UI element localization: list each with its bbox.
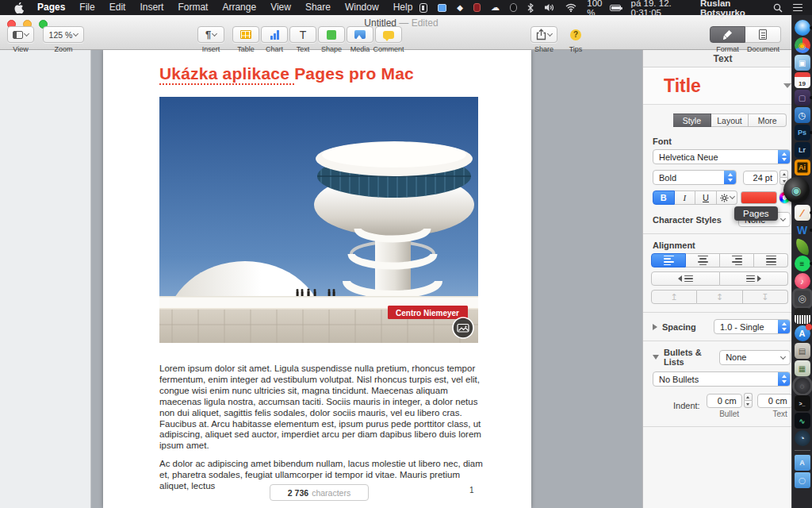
menu-item[interactable]: View [263, 2, 298, 13]
display-status-icon[interactable] [438, 4, 446, 12]
align-right-button[interactable] [720, 253, 754, 267]
menu-item[interactable]: Insert [132, 2, 170, 13]
tips-button[interactable]: ? Tips [560, 26, 592, 53]
dock-item-purple-app[interactable]: ▢ ● [795, 90, 810, 106]
share-button[interactable]: Share [528, 26, 560, 53]
spotlight-icon[interactable] [773, 3, 783, 13]
inspector-tab[interactable]: More [749, 114, 787, 127]
insert-button[interactable]: ¶ Insert [195, 26, 227, 53]
menu-item[interactable]: Format [170, 2, 215, 13]
align-justify-button[interactable] [754, 253, 788, 267]
bluetooth-icon[interactable] [527, 3, 534, 13]
body-paragraph-1[interactable]: Lorem ipsum dolor sit amet. Ligula suspe… [159, 364, 488, 452]
bullet-indent-stepper[interactable] [744, 393, 753, 408]
dock-item-activity-app[interactable]: ∿ [795, 413, 810, 429]
cloud-status-icon[interactable]: ☁ [491, 2, 500, 13]
volume-icon[interactable] [544, 3, 555, 12]
dock-item-folder-downloads[interactable]: ◯ [795, 472, 810, 488]
italic-button[interactable]: I [675, 190, 696, 205]
stepper-icon[interactable] [724, 171, 736, 184]
menu-item[interactable]: Window [338, 2, 386, 13]
zoom-control[interactable]: 125 % Zoom [41, 26, 86, 53]
dark-app-status-icon[interactable] [510, 3, 517, 12]
dock-item-pages[interactable]: ∕ ● [795, 205, 810, 221]
notification-center-icon[interactable] [793, 2, 802, 13]
dropbox-status-icon[interactable]: ◆ [457, 3, 463, 12]
window-manager-status-icon[interactable] [419, 3, 427, 13]
font-size-field[interactable]: 24 pt [743, 171, 778, 185]
dock-item-itunes[interactable]: ♪ [795, 273, 810, 289]
underline-button[interactable]: U [695, 190, 717, 205]
align-top-button[interactable]: ↥ [651, 290, 697, 304]
document-heading[interactable]: Ukázka aplikace Pages pro Mac [159, 64, 531, 83]
document-page[interactable]: Ukázka aplikace Pages pro Mac [103, 50, 531, 508]
inspector-tab[interactable]: Style [673, 114, 711, 127]
table-button[interactable]: Table [230, 26, 262, 53]
menu-item[interactable]: Help [386, 2, 420, 13]
dock-item-illustrator[interactable]: Ai [795, 160, 810, 175]
view-button[interactable]: View [5, 26, 36, 53]
document-image[interactable]: Centro Niemeyer [159, 97, 478, 343]
menu-item[interactable]: Pages [30, 2, 72, 13]
menu-item[interactable]: File [72, 2, 102, 13]
stepper-icon[interactable] [778, 372, 790, 386]
dock-item-dark-disc-app[interactable]: ◌ [795, 378, 810, 394]
menubar-user[interactable]: Ruslan Botsyurko [700, 0, 763, 17]
format-button[interactable] [710, 26, 745, 43]
media-button[interactable]: Media [344, 26, 376, 53]
text-color-well[interactable] [741, 191, 776, 204]
dock-item-blue-utility[interactable]: ◷ [795, 107, 810, 123]
apple-menu[interactable] [10, 2, 30, 13]
adobe-cc-status-icon[interactable] [473, 3, 481, 12]
dock-item-spotify[interactable]: ≡ ● [795, 256, 810, 271]
bullets-select[interactable]: None [719, 350, 791, 365]
character-count-badge[interactable]: 2 736 characters [270, 484, 369, 501]
disclosure-triangle-icon[interactable] [653, 355, 659, 360]
dock-item-lightroom[interactable]: Lr [795, 142, 810, 158]
align-middle-button[interactable]: ↕ [697, 290, 742, 304]
disclosure-triangle-icon[interactable] [653, 324, 657, 330]
shape-button[interactable]: Shape [316, 26, 347, 53]
dock-item-camera-lens[interactable]: ◉ [795, 177, 810, 203]
menu-item[interactable]: Edit [102, 2, 133, 13]
paragraph-style-selector[interactable]: Title [643, 67, 802, 105]
decrease-indent-button[interactable] [651, 271, 720, 286]
dock-item-photos[interactable]: ▣ [795, 55, 810, 71]
bullet-indent-field[interactable]: 0 cm [707, 394, 742, 408]
align-center-button[interactable] [686, 253, 720, 267]
dock-item-steering-app[interactable]: ◎ [795, 291, 810, 306]
menu-item[interactable]: Arrange [215, 2, 263, 13]
align-bottom-button[interactable]: ↧ [743, 290, 788, 304]
increase-indent-button[interactable] [720, 271, 788, 286]
menu-item[interactable]: Share [298, 2, 338, 13]
dock-item-utility-green[interactable]: ▦ [795, 360, 810, 376]
font-weight-select[interactable]: Bold [653, 170, 737, 185]
dock-item-word[interactable]: W ● [795, 222, 810, 238]
dock-item-calendar[interactable]: 19 [795, 72, 810, 88]
dock-item-piano-app[interactable] [795, 308, 810, 324]
dock-item-app-store[interactable]: A 1 [795, 325, 810, 341]
dock-item-leaf-app[interactable] [795, 240, 810, 254]
stepper-icon[interactable] [778, 150, 790, 164]
dock-item-terminal[interactable]: >_ [795, 395, 810, 411]
spacing-select[interactable]: 1.0 - Single [714, 319, 791, 334]
wifi-icon[interactable] [565, 3, 576, 12]
dock-item-time-machine[interactable]: ◔ [795, 430, 810, 446]
font-family-select[interactable]: Helvetica Neue [653, 149, 791, 164]
dock-item-folder-applications[interactable]: A [795, 455, 810, 471]
menubar-clock[interactable]: pá 19. 12. 0:31:05 [631, 0, 690, 17]
advanced-text-options-button[interactable] [717, 190, 738, 205]
text-button[interactable]: T Text [287, 26, 319, 53]
dock-item-safari[interactable]: ● [795, 20, 810, 36]
dock-item-utility-gray[interactable]: ▤ [795, 343, 810, 359]
list-style-select[interactable]: No Bullets [653, 371, 791, 387]
dock-item-photoshop[interactable]: Ps ● [795, 125, 810, 140]
dock-item-chrome[interactable]: ◉ [795, 37, 810, 53]
document-button[interactable] [745, 26, 781, 43]
inspector-tab[interactable]: Layout [711, 114, 749, 127]
align-left-button[interactable] [651, 253, 686, 267]
chart-button[interactable]: Chart [259, 26, 290, 53]
text-indent-field[interactable]: 0 cm [757, 394, 793, 408]
bold-button[interactable]: B [653, 190, 675, 205]
battery-status[interactable]: 100 % [587, 0, 620, 17]
